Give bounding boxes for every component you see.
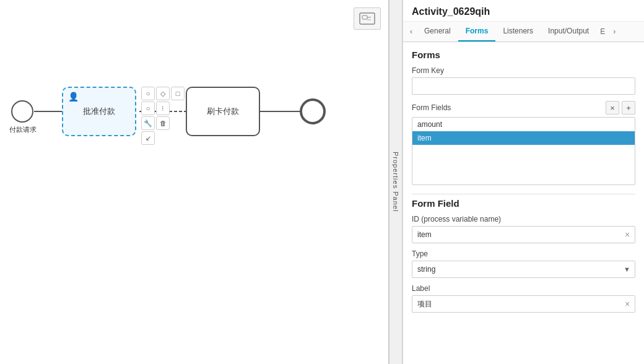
label-field-wrapper: × — [412, 295, 635, 313]
id-field-label: ID (process variable name) — [412, 215, 635, 223]
forms-section-title: Forms — [412, 50, 635, 60]
bpmn-canvas: 付款请求 👤 批准付款 ○ ◇ □ ○ ⁝ 🔧 🗑 — [0, 0, 389, 364]
end-event[interactable] — [300, 98, 326, 124]
properties-panel: Activity_0629qih ‹ General Forms Listene… — [402, 0, 644, 364]
properties-panel-toggle[interactable]: Properties Panel — [389, 0, 402, 364]
start-event[interactable] — [11, 100, 33, 123]
start-event-icon[interactable]: ○ — [141, 87, 155, 100]
type-field-label: Type — [412, 249, 635, 258]
tab-chevron-left[interactable]: ‹ — [406, 22, 417, 41]
list-item-amount[interactable]: amount — [412, 118, 635, 131]
svg-rect-1 — [362, 15, 367, 19]
tab-listeners[interactable]: Listeners — [495, 22, 541, 41]
edit-icon[interactable]: ○ — [141, 102, 155, 115]
list-item-item[interactable]: item — [412, 131, 635, 145]
label-field-label: Label — [412, 284, 635, 293]
task-toolbar: ○ ◇ □ ○ ⁝ 🔧 🗑 ↙ — [141, 87, 185, 145]
tabs-bar: ‹ General Forms Listeners Input/Output E… — [403, 22, 644, 42]
task2-label: 刷卡付款 — [207, 106, 239, 117]
divider — [412, 194, 635, 194]
type-field-wrapper: string long boolean date enum ▼ — [412, 261, 635, 278]
form-fields-buttons: × + — [606, 101, 635, 115]
id-field-wrapper: × — [412, 226, 635, 243]
connect-icon[interactable]: ⁝ — [156, 102, 170, 115]
delete-icon[interactable]: 🗑 — [156, 116, 170, 130]
form-fields-list[interactable]: amount item — [412, 117, 635, 185]
task-approve-payment[interactable]: 👤 批准付款 — [62, 87, 136, 136]
arrow-icon[interactable]: ↙ — [141, 131, 155, 145]
tab-more[interactable]: E — [596, 22, 609, 41]
tab-forms[interactable]: Forms — [458, 22, 496, 41]
form-key-label: Form Key — [412, 66, 635, 75]
tab-general[interactable]: General — [417, 22, 458, 41]
id-clear-button[interactable]: × — [622, 229, 633, 240]
clear-fields-button[interactable]: × — [606, 101, 619, 115]
start-event-label: 付款请求 — [2, 125, 43, 134]
task1-label: 批准付款 — [83, 106, 115, 117]
task-icon-btn[interactable]: □ — [171, 87, 185, 100]
tab-input-output[interactable]: Input/Output — [541, 22, 596, 41]
label-clear-button[interactable]: × — [622, 298, 633, 310]
task-card-payment[interactable]: 刷卡付款 — [186, 87, 260, 136]
add-field-button[interactable]: + — [622, 101, 635, 115]
form-field-section-title: Form Field — [412, 198, 635, 209]
id-field-input[interactable] — [412, 226, 635, 243]
panel-content: Forms Form Key Form Fields × + amount it… — [403, 42, 644, 364]
minimap-button[interactable] — [354, 7, 381, 30]
gateway-icon[interactable]: ◇ — [156, 87, 170, 100]
form-fields-header: Form Fields × + — [412, 101, 635, 115]
wrench-icon[interactable]: 🔧 — [141, 116, 155, 130]
user-icon: 👤 — [68, 92, 79, 102]
connectors-svg — [0, 0, 388, 364]
form-fields-label: Form Fields — [412, 103, 451, 112]
type-select[interactable]: string long boolean date enum — [412, 261, 635, 278]
panel-title: Activity_0629qih — [403, 0, 644, 22]
tab-chevron-right[interactable]: › — [609, 22, 620, 41]
form-key-input[interactable] — [412, 77, 635, 95]
label-field-input[interactable] — [412, 295, 635, 313]
